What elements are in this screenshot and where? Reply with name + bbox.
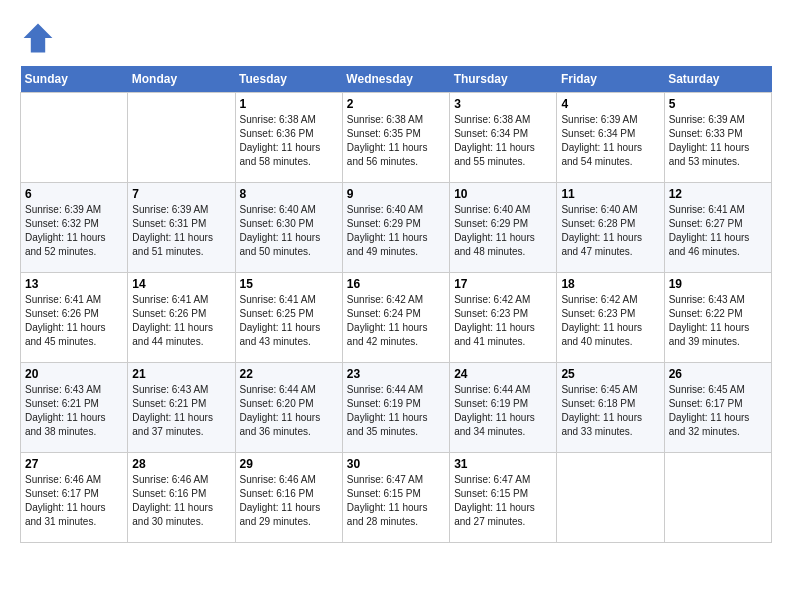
day-info: Sunrise: 6:40 AM Sunset: 6:28 PM Dayligh… — [561, 203, 659, 259]
svg-marker-0 — [24, 24, 53, 53]
day-info: Sunrise: 6:45 AM Sunset: 6:17 PM Dayligh… — [669, 383, 767, 439]
day-info: Sunrise: 6:43 AM Sunset: 6:21 PM Dayligh… — [132, 383, 230, 439]
day-number: 22 — [240, 367, 338, 381]
logo-icon — [20, 20, 56, 56]
calendar-cell: 28Sunrise: 6:46 AM Sunset: 6:16 PM Dayli… — [128, 453, 235, 543]
weekday-header: Saturday — [664, 66, 771, 93]
day-info: Sunrise: 6:39 AM Sunset: 6:34 PM Dayligh… — [561, 113, 659, 169]
weekday-header: Monday — [128, 66, 235, 93]
calendar-cell: 17Sunrise: 6:42 AM Sunset: 6:23 PM Dayli… — [450, 273, 557, 363]
day-number: 29 — [240, 457, 338, 471]
day-info: Sunrise: 6:46 AM Sunset: 6:16 PM Dayligh… — [240, 473, 338, 529]
calendar-cell: 21Sunrise: 6:43 AM Sunset: 6:21 PM Dayli… — [128, 363, 235, 453]
calendar-cell: 24Sunrise: 6:44 AM Sunset: 6:19 PM Dayli… — [450, 363, 557, 453]
day-number: 3 — [454, 97, 552, 111]
calendar-cell — [557, 453, 664, 543]
day-number: 11 — [561, 187, 659, 201]
day-number: 25 — [561, 367, 659, 381]
day-info: Sunrise: 6:41 AM Sunset: 6:26 PM Dayligh… — [132, 293, 230, 349]
calendar-cell: 3Sunrise: 6:38 AM Sunset: 6:34 PM Daylig… — [450, 93, 557, 183]
calendar-cell: 30Sunrise: 6:47 AM Sunset: 6:15 PM Dayli… — [342, 453, 449, 543]
page-header — [20, 20, 772, 56]
calendar-cell: 13Sunrise: 6:41 AM Sunset: 6:26 PM Dayli… — [21, 273, 128, 363]
calendar-table: SundayMondayTuesdayWednesdayThursdayFrid… — [20, 66, 772, 543]
calendar-cell: 5Sunrise: 6:39 AM Sunset: 6:33 PM Daylig… — [664, 93, 771, 183]
day-number: 4 — [561, 97, 659, 111]
day-info: Sunrise: 6:42 AM Sunset: 6:23 PM Dayligh… — [454, 293, 552, 349]
day-info: Sunrise: 6:44 AM Sunset: 6:19 PM Dayligh… — [454, 383, 552, 439]
day-info: Sunrise: 6:39 AM Sunset: 6:32 PM Dayligh… — [25, 203, 123, 259]
calendar-cell: 22Sunrise: 6:44 AM Sunset: 6:20 PM Dayli… — [235, 363, 342, 453]
day-number: 1 — [240, 97, 338, 111]
day-info: Sunrise: 6:42 AM Sunset: 6:24 PM Dayligh… — [347, 293, 445, 349]
calendar-cell: 11Sunrise: 6:40 AM Sunset: 6:28 PM Dayli… — [557, 183, 664, 273]
calendar-cell: 9Sunrise: 6:40 AM Sunset: 6:29 PM Daylig… — [342, 183, 449, 273]
calendar-cell: 8Sunrise: 6:40 AM Sunset: 6:30 PM Daylig… — [235, 183, 342, 273]
day-info: Sunrise: 6:47 AM Sunset: 6:15 PM Dayligh… — [347, 473, 445, 529]
day-number: 12 — [669, 187, 767, 201]
weekday-header: Friday — [557, 66, 664, 93]
day-info: Sunrise: 6:41 AM Sunset: 6:27 PM Dayligh… — [669, 203, 767, 259]
day-number: 21 — [132, 367, 230, 381]
day-info: Sunrise: 6:47 AM Sunset: 6:15 PM Dayligh… — [454, 473, 552, 529]
day-info: Sunrise: 6:44 AM Sunset: 6:19 PM Dayligh… — [347, 383, 445, 439]
calendar-cell — [664, 453, 771, 543]
day-number: 16 — [347, 277, 445, 291]
weekday-header: Wednesday — [342, 66, 449, 93]
calendar-cell: 31Sunrise: 6:47 AM Sunset: 6:15 PM Dayli… — [450, 453, 557, 543]
day-info: Sunrise: 6:38 AM Sunset: 6:36 PM Dayligh… — [240, 113, 338, 169]
calendar-cell: 26Sunrise: 6:45 AM Sunset: 6:17 PM Dayli… — [664, 363, 771, 453]
day-info: Sunrise: 6:40 AM Sunset: 6:29 PM Dayligh… — [347, 203, 445, 259]
weekday-header: Tuesday — [235, 66, 342, 93]
day-info: Sunrise: 6:45 AM Sunset: 6:18 PM Dayligh… — [561, 383, 659, 439]
calendar-cell: 18Sunrise: 6:42 AM Sunset: 6:23 PM Dayli… — [557, 273, 664, 363]
calendar-cell: 6Sunrise: 6:39 AM Sunset: 6:32 PM Daylig… — [21, 183, 128, 273]
calendar-cell: 20Sunrise: 6:43 AM Sunset: 6:21 PM Dayli… — [21, 363, 128, 453]
day-number: 27 — [25, 457, 123, 471]
day-number: 7 — [132, 187, 230, 201]
day-info: Sunrise: 6:43 AM Sunset: 6:21 PM Dayligh… — [25, 383, 123, 439]
calendar-cell — [128, 93, 235, 183]
day-info: Sunrise: 6:38 AM Sunset: 6:34 PM Dayligh… — [454, 113, 552, 169]
calendar-cell: 12Sunrise: 6:41 AM Sunset: 6:27 PM Dayli… — [664, 183, 771, 273]
calendar-cell: 19Sunrise: 6:43 AM Sunset: 6:22 PM Dayli… — [664, 273, 771, 363]
logo — [20, 20, 60, 56]
day-number: 9 — [347, 187, 445, 201]
calendar-week-row: 6Sunrise: 6:39 AM Sunset: 6:32 PM Daylig… — [21, 183, 772, 273]
calendar-cell: 27Sunrise: 6:46 AM Sunset: 6:17 PM Dayli… — [21, 453, 128, 543]
calendar-cell: 4Sunrise: 6:39 AM Sunset: 6:34 PM Daylig… — [557, 93, 664, 183]
day-info: Sunrise: 6:43 AM Sunset: 6:22 PM Dayligh… — [669, 293, 767, 349]
day-number: 15 — [240, 277, 338, 291]
day-info: Sunrise: 6:40 AM Sunset: 6:29 PM Dayligh… — [454, 203, 552, 259]
day-info: Sunrise: 6:42 AM Sunset: 6:23 PM Dayligh… — [561, 293, 659, 349]
day-number: 13 — [25, 277, 123, 291]
day-number: 23 — [347, 367, 445, 381]
day-info: Sunrise: 6:41 AM Sunset: 6:25 PM Dayligh… — [240, 293, 338, 349]
day-info: Sunrise: 6:39 AM Sunset: 6:33 PM Dayligh… — [669, 113, 767, 169]
day-info: Sunrise: 6:38 AM Sunset: 6:35 PM Dayligh… — [347, 113, 445, 169]
day-info: Sunrise: 6:44 AM Sunset: 6:20 PM Dayligh… — [240, 383, 338, 439]
day-info: Sunrise: 6:46 AM Sunset: 6:16 PM Dayligh… — [132, 473, 230, 529]
calendar-cell: 25Sunrise: 6:45 AM Sunset: 6:18 PM Dayli… — [557, 363, 664, 453]
day-number: 17 — [454, 277, 552, 291]
day-info: Sunrise: 6:41 AM Sunset: 6:26 PM Dayligh… — [25, 293, 123, 349]
calendar-week-row: 1Sunrise: 6:38 AM Sunset: 6:36 PM Daylig… — [21, 93, 772, 183]
weekday-header-row: SundayMondayTuesdayWednesdayThursdayFrid… — [21, 66, 772, 93]
day-number: 6 — [25, 187, 123, 201]
day-number: 20 — [25, 367, 123, 381]
day-info: Sunrise: 6:40 AM Sunset: 6:30 PM Dayligh… — [240, 203, 338, 259]
calendar-cell: 7Sunrise: 6:39 AM Sunset: 6:31 PM Daylig… — [128, 183, 235, 273]
calendar-cell: 1Sunrise: 6:38 AM Sunset: 6:36 PM Daylig… — [235, 93, 342, 183]
day-number: 2 — [347, 97, 445, 111]
day-number: 30 — [347, 457, 445, 471]
calendar-week-row: 13Sunrise: 6:41 AM Sunset: 6:26 PM Dayli… — [21, 273, 772, 363]
day-number: 26 — [669, 367, 767, 381]
day-number: 18 — [561, 277, 659, 291]
day-number: 14 — [132, 277, 230, 291]
calendar-cell: 16Sunrise: 6:42 AM Sunset: 6:24 PM Dayli… — [342, 273, 449, 363]
calendar-cell: 2Sunrise: 6:38 AM Sunset: 6:35 PM Daylig… — [342, 93, 449, 183]
weekday-header: Sunday — [21, 66, 128, 93]
calendar-week-row: 20Sunrise: 6:43 AM Sunset: 6:21 PM Dayli… — [21, 363, 772, 453]
calendar-cell — [21, 93, 128, 183]
day-info: Sunrise: 6:39 AM Sunset: 6:31 PM Dayligh… — [132, 203, 230, 259]
